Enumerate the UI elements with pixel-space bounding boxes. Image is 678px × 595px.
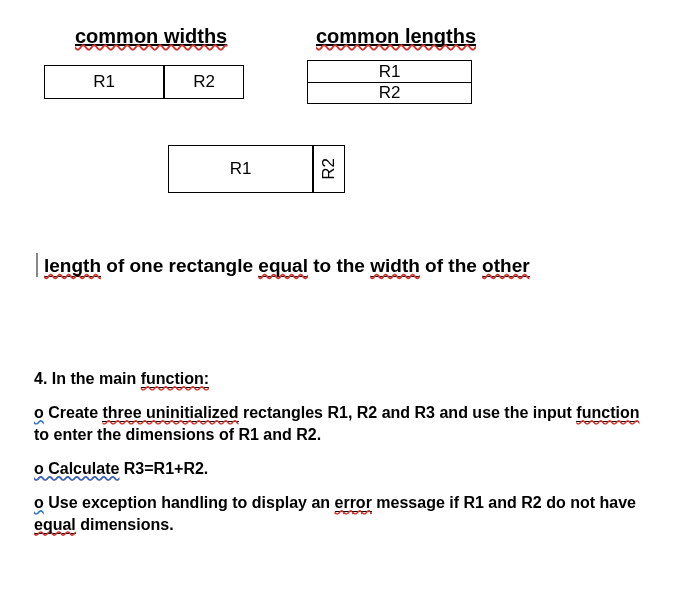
text: function — [576, 404, 639, 422]
section-4-item-c: o Use exception handling to display an e… — [34, 492, 648, 535]
heading-text: common widths — [75, 25, 227, 47]
bullet-o: o — [34, 404, 44, 421]
bullet-o: o — [34, 494, 44, 511]
rect-label: R1 — [379, 62, 401, 82]
text: Create — [44, 404, 103, 421]
caption-line: length of one rectangle equal to the wid… — [44, 255, 648, 277]
rect-widths-r2: R2 — [164, 65, 244, 99]
caption-word: length — [44, 255, 101, 277]
caption-word: other — [482, 255, 530, 277]
text: dimensions. — [76, 516, 174, 533]
text: R3=R1+R2. — [119, 460, 208, 477]
text: error — [335, 494, 372, 512]
bullet-o-phrase: o Calculate — [34, 460, 119, 477]
caption-word: equal — [258, 255, 308, 277]
rect-label: R2 — [379, 83, 401, 103]
rect-label: R1 — [230, 159, 252, 179]
rect-label: R1 — [93, 72, 115, 92]
caption-text: to the — [308, 255, 370, 276]
heading-text: common lengths — [316, 25, 476, 47]
rect-label: R2 — [193, 72, 215, 92]
caption-word: width — [370, 255, 420, 277]
text-cursor — [36, 253, 38, 277]
text: o Calculate — [34, 460, 119, 477]
text: message if R1 and R2 do not have — [372, 494, 636, 511]
heading-common-lengths: common lengths — [316, 25, 476, 48]
rect-bottom-r2: R2 — [313, 145, 345, 193]
rect-widths-r1: R1 — [44, 65, 164, 99]
heading-common-widths: common widths — [75, 25, 227, 48]
text: rectangles R1, R2 and R3 and use the inp… — [239, 404, 577, 421]
section-4-item-a: o Create three uninitialized rectangles … — [34, 402, 648, 445]
text: to enter the dimensions of R1 and R2. — [34, 426, 321, 443]
caption-text: of the — [420, 255, 482, 276]
rect-bottom-r1: R1 — [168, 145, 313, 193]
rect-lengths-r2: R2 — [307, 82, 472, 104]
text: Use exception handling to display an — [44, 494, 335, 511]
section-4-item-b: o Calculate R3=R1+R2. — [34, 458, 648, 480]
caption-text: of one rectangle — [101, 255, 258, 276]
text: three uninitialized — [102, 404, 238, 422]
rect-label: R2 — [319, 158, 339, 180]
rect-lengths-r1: R1 — [307, 60, 472, 82]
text: equal — [34, 516, 76, 534]
section-4-lead: 4. In the main function: — [34, 368, 648, 390]
text: 4. In the main — [34, 370, 141, 387]
text: function: — [141, 370, 209, 388]
